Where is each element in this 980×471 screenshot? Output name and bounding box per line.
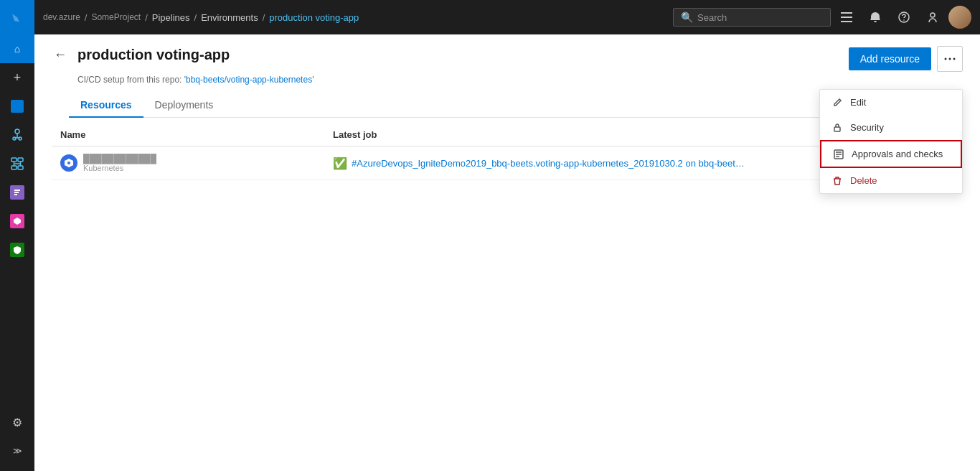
breadcrumb-sep1: / xyxy=(85,12,88,23)
page-header-top: ← production voting-app Add resource xyxy=(52,46,963,72)
help-icon[interactable] xyxy=(891,4,917,30)
page-content: ← production voting-app Add resource CI/… xyxy=(34,34,980,471)
search-input[interactable] xyxy=(697,12,823,23)
tab-deployments[interactable]: Deployments xyxy=(143,93,225,118)
menu-item-approvals[interactable]: Approvals and checks xyxy=(820,140,962,168)
svg-point-20 xyxy=(903,19,905,21)
sidebar-item-pipelines[interactable] xyxy=(0,149,34,178)
subtitle-prefix: CI/CD setup from this repo: ' xyxy=(77,75,186,85)
svg-marker-15 xyxy=(14,218,21,225)
topnav-right: 🔍 xyxy=(673,4,971,30)
user-avatar[interactable] xyxy=(948,6,971,29)
sidebar-item-security-shield[interactable] xyxy=(0,236,34,264)
approvals-icon xyxy=(833,149,844,159)
resource-name-text: ████████████ xyxy=(83,154,156,164)
topnav: dev.azure / SomeProject / Pipelines / En… xyxy=(34,0,980,34)
svg-rect-17 xyxy=(841,17,852,18)
sidebar-item-overview[interactable]: ⌂ xyxy=(0,34,34,63)
delete-icon xyxy=(831,176,843,186)
breadcrumb-current-page: production voting-app xyxy=(269,12,359,23)
search-box: 🔍 xyxy=(673,8,831,27)
breadcrumb-org[interactable]: dev.azure xyxy=(43,12,80,22)
dropdown-menu: Edit Security Approvals and checks Delet… xyxy=(819,89,963,194)
security-icon xyxy=(831,123,843,133)
svg-rect-32 xyxy=(834,127,840,131)
page-title: production voting-app xyxy=(77,47,230,63)
header-actions: Add resource xyxy=(849,46,963,72)
sidebar-item-boards[interactable] xyxy=(0,92,34,121)
tabs-container: Resources Deployments xyxy=(69,93,946,118)
sidebar-expand-icon[interactable]: ≫ xyxy=(0,437,34,465)
svg-rect-6 xyxy=(11,158,17,162)
success-status-icon: ✅ xyxy=(333,157,347,170)
svg-point-22 xyxy=(949,58,951,60)
search-icon: 🔍 xyxy=(681,11,693,23)
menu-approvals-label: Approvals and checks xyxy=(852,149,943,159)
breadcrumb: dev.azure / SomeProject / Pipelines / En… xyxy=(43,12,359,23)
resource-info: ████████████ Kubernetes xyxy=(83,154,156,172)
menu-item-edit[interactable]: Edit xyxy=(820,90,962,115)
breadcrumb-sep3: / xyxy=(194,12,197,23)
breadcrumb-pipelines[interactable]: Pipelines xyxy=(152,12,190,23)
kubernetes-icon xyxy=(60,154,77,172)
page-subtitle: CI/CD setup from this repo: 'bbq-beets/v… xyxy=(77,75,963,85)
svg-point-23 xyxy=(953,58,956,60)
svg-rect-8 xyxy=(11,166,17,169)
svg-rect-9 xyxy=(18,166,23,169)
breadcrumb-project[interactable]: SomeProject xyxy=(91,12,141,22)
svg-point-25 xyxy=(67,162,70,164)
user-settings-icon[interactable] xyxy=(920,4,946,30)
subtitle-link[interactable]: bbq-beets/voting-app-kubernetes xyxy=(186,75,312,85)
svg-rect-18 xyxy=(841,21,852,22)
subtitle-suffix: ' xyxy=(312,75,314,85)
breadcrumb-environments[interactable]: Environments xyxy=(201,12,258,23)
breadcrumb-sep2: / xyxy=(145,12,148,23)
sidebar-item-artifacts[interactable] xyxy=(0,207,34,236)
more-options-button[interactable] xyxy=(937,46,963,72)
menu-item-security[interactable]: Security xyxy=(820,115,962,140)
svg-point-0 xyxy=(15,129,19,134)
main-area: dev.azure / SomeProject / Pipelines / En… xyxy=(34,0,980,471)
menu-item-delete[interactable]: Delete xyxy=(820,168,962,193)
breadcrumb-sep4: / xyxy=(263,12,265,23)
add-resource-button[interactable]: Add resource xyxy=(849,47,931,70)
menu-icon[interactable] xyxy=(834,4,859,30)
resource-sub-text: Kubernetes xyxy=(83,164,156,172)
sidebar: ⌂ + xyxy=(0,0,34,471)
menu-edit-label: Edit xyxy=(850,97,866,108)
sidebar-item-add[interactable]: + xyxy=(0,63,34,92)
edit-icon xyxy=(831,98,843,108)
sidebar-item-repos[interactable] xyxy=(0,121,34,149)
sidebar-settings-icon[interactable]: ⚙ xyxy=(0,408,34,437)
job-link[interactable]: #AzureDevops_IgniteDemo2019_bbq-beets.vo… xyxy=(352,158,746,169)
sidebar-item-testplans[interactable] xyxy=(0,178,34,207)
menu-security-label: Security xyxy=(850,122,884,133)
sidebar-bottom: ⚙ ≫ xyxy=(0,408,34,465)
back-button[interactable]: ← xyxy=(52,46,69,63)
svg-point-21 xyxy=(945,58,947,60)
azure-devops-logo[interactable] xyxy=(0,0,34,34)
notification-icon[interactable] xyxy=(862,4,888,30)
resource-name-cell: ████████████ Kubernetes xyxy=(52,146,324,180)
tab-resources[interactable]: Resources xyxy=(69,93,143,118)
resource-cell: ████████████ Kubernetes xyxy=(60,154,316,172)
back-title-group: ← production voting-app xyxy=(52,46,230,63)
col-name: Name xyxy=(52,123,324,146)
menu-delete-label: Delete xyxy=(850,175,877,186)
svg-rect-16 xyxy=(841,12,852,14)
svg-rect-7 xyxy=(18,158,23,162)
